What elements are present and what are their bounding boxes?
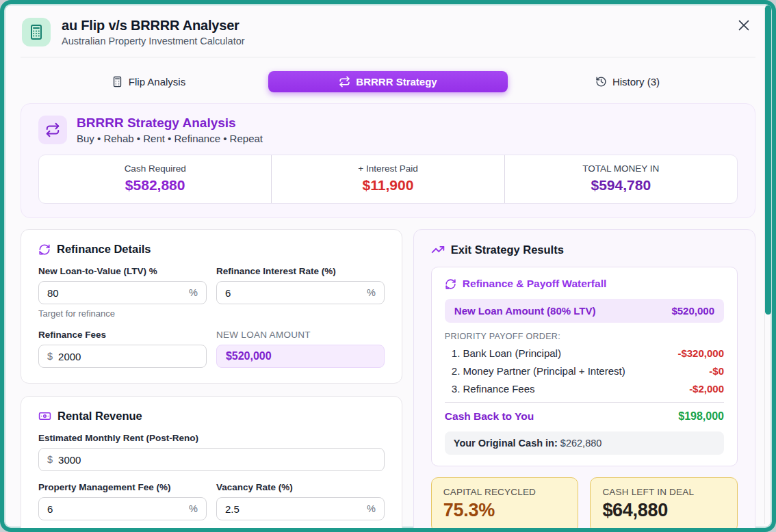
page-subtitle: Australian Property Investment Calculato… [62, 36, 245, 46]
exit-strategy-results-card: Exit Strategy Results Refinance & Payoff… [413, 229, 755, 532]
new-loan-row-value: $520,000 [671, 305, 714, 317]
dollar-prefix: $ [47, 351, 53, 362]
payoff-amount: -$0 [709, 365, 724, 377]
cash-back-label: Cash Back to You [445, 410, 534, 423]
vacancy-rate-label: Vacancy Rate (%) [216, 482, 385, 492]
waterfall-divider [445, 402, 724, 403]
capital-recycled-label: CAPITAL RECYCLED [443, 487, 567, 497]
tab-history[interactable]: History (3) [508, 71, 747, 92]
calculator-icon [112, 76, 123, 88]
payoff-label: 2. Money Partner (Principal + Interest) [452, 365, 625, 377]
calculator-icon [22, 18, 51, 46]
card-title: Exit Strategy Results [451, 243, 564, 256]
original-cash-note: Your Original Cash in: $262,880 [445, 431, 724, 455]
tab-label: Flip Analysis [129, 76, 185, 88]
management-fee-label: Property Management Fee (%) [38, 482, 207, 492]
management-fee-input[interactable] [47, 503, 183, 515]
brrrr-analyser-dialog: au Flip v/s BRRRR Analyser Australian Pr… [0, 0, 776, 532]
capital-recycled-value: 75.3% [443, 500, 567, 521]
card-title: Rental Revenue [57, 410, 142, 423]
original-cash-label: Your Original Cash in: [454, 438, 558, 449]
monthly-rent-field: Estimated Monthly Rent (Post-Reno) $ [38, 433, 385, 471]
tab-brrrr-strategy[interactable]: BRRRR Strategy [268, 71, 508, 92]
stat-cash-required: Cash Required $582,880 [39, 155, 271, 203]
refinance-fees-field: Refinance Fees $ [38, 330, 207, 368]
dialog-header: au Flip v/s BRRRR Analyser Australian Pr… [4, 4, 772, 57]
percent-suffix: % [367, 503, 376, 514]
banner-title: BRRRR Strategy Analysis [77, 116, 263, 131]
ltv-helper-text: Target for refinance [38, 308, 207, 319]
stat-label: TOTAL MONEY IN [510, 163, 732, 174]
repeat-icon [38, 116, 67, 144]
brrrr-analysis-banner: BRRRR Strategy Analysis Buy • Rehab • Re… [21, 103, 755, 218]
capital-recycled-card: CAPITAL RECYCLED 75.3% [431, 477, 579, 532]
repeat-icon [339, 76, 350, 88]
percent-suffix: % [189, 287, 198, 298]
payoff-waterfall-card: Refinance & Payoff Waterfall New Loan Am… [431, 267, 738, 466]
refresh-icon [38, 243, 51, 256]
refinance-details-card: Refinance Details New Loan-to-Value (LTV… [21, 229, 402, 384]
tab-label: History (3) [612, 76, 660, 88]
strategy-tabs: Flip Analysis BRRRR Strategy History (3) [4, 57, 772, 103]
payoff-row-bank-loan: 1. Bank Loan (Principal) -$320,000 [445, 344, 724, 362]
ltv-field: New Loan-to-Value (LTV) % % Target for r… [38, 266, 207, 319]
stat-total-money-in: TOTAL MONEY IN $594,780 [504, 155, 737, 203]
rental-revenue-card: Rental Revenue Estimated Monthly Rent (P… [21, 396, 402, 532]
summary-stats: Cash Required $582,880 + Interest Paid $… [38, 155, 738, 204]
refinance-fees-input[interactable] [58, 351, 198, 362]
page-title: au Flip v/s BRRRR Analyser [62, 18, 245, 34]
refinance-interest-input[interactable] [225, 287, 361, 299]
stat-value: $582,880 [44, 177, 266, 194]
scrollbar-thumb[interactable] [765, 5, 771, 315]
stat-label: + Interest Paid [277, 163, 498, 174]
monthly-rent-input[interactable] [58, 454, 376, 466]
rent-label: Estimated Monthly Rent (Post-Reno) [38, 433, 385, 443]
original-cash-value: $262,880 [560, 438, 602, 449]
percent-suffix: % [189, 503, 198, 514]
banner-subtitle: Buy • Rehab • Rent • Refinance • Repeat [77, 133, 263, 144]
payoff-label: 3. Refinance Fees [452, 383, 535, 395]
vacancy-rate-input[interactable] [225, 503, 361, 515]
waterfall-title: Refinance & Payoff Waterfall [463, 278, 606, 290]
percent-suffix: % [367, 287, 376, 298]
close-icon [736, 18, 751, 33]
cash-back-value: $198,000 [678, 410, 724, 423]
banknote-icon [38, 410, 51, 423]
history-icon [595, 76, 607, 88]
cash-left-label: CASH LEFT IN DEAL [602, 487, 725, 497]
payoff-amount: -$320,000 [677, 347, 724, 359]
stat-label: Cash Required [44, 163, 266, 174]
payoff-row-refinance-fees: 3. Refinance Fees -$2,000 [445, 380, 724, 397]
tab-flip-analysis[interactable]: Flip Analysis [29, 71, 268, 92]
stat-value: $11,900 [277, 177, 498, 194]
refinance-interest-field: Refinance Interest Rate (%) % [216, 266, 385, 319]
card-title: Refinance Details [57, 243, 151, 256]
payoff-label: 1. Bank Loan (Principal) [452, 347, 561, 359]
payoff-order-header: PRIORITY PAYOFF ORDER: [445, 332, 724, 341]
interest-label: Refinance Interest Rate (%) [216, 266, 385, 276]
new-loan-amount-value: $520,000 [216, 345, 385, 368]
payoff-amount: -$2,000 [689, 383, 724, 395]
dollar-prefix: $ [47, 454, 53, 465]
vacancy-rate-field: Vacancy Rate (%) % [216, 482, 385, 520]
new-loan-amount-field: NEW LOAN AMOUNT $520,000 [216, 330, 385, 368]
ltv-label: New Loan-to-Value (LTV) % [38, 266, 207, 276]
tab-label: BRRRR Strategy [356, 76, 437, 88]
refresh-icon [445, 278, 456, 290]
trending-up-icon [431, 243, 445, 256]
new-loan-row: New Loan Amount (80% LTV) $520,000 [445, 299, 724, 323]
cash-left-value: $64,880 [602, 500, 725, 521]
stat-value: $594,780 [510, 177, 732, 194]
payoff-row-money-partner: 2. Money Partner (Principal + Interest) … [445, 362, 724, 380]
new-loan-row-label: New Loan Amount (80% LTV) [454, 305, 596, 317]
close-button[interactable] [734, 15, 754, 36]
stat-interest-paid: + Interest Paid $11,900 [271, 155, 504, 203]
cash-back-row: Cash Back to You $198,000 [445, 408, 724, 424]
new-loan-label: NEW LOAN AMOUNT [216, 330, 385, 340]
management-fee-field: Property Management Fee (%) % [38, 482, 207, 520]
ltv-input[interactable] [47, 287, 183, 299]
cash-left-in-deal-card: CASH LEFT IN DEAL $64,880 [590, 477, 738, 532]
fees-label: Refinance Fees [38, 330, 207, 340]
